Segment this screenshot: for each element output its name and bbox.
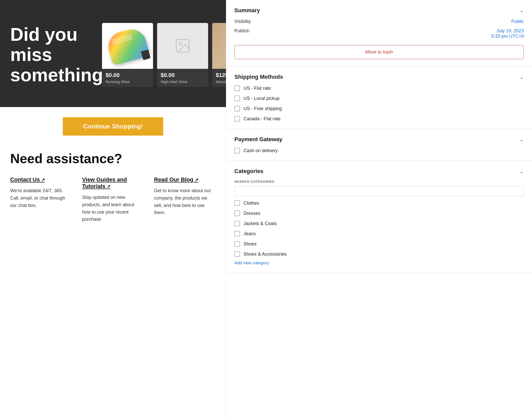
category-checkbox-3[interactable]	[234, 231, 240, 237]
blog-link[interactable]: Read Our Blog	[154, 176, 198, 183]
placeholder-icon	[175, 38, 190, 54]
hero-headline: Did you miss something?	[10, 24, 92, 85]
visibility-label: Visibility	[234, 19, 251, 24]
shipping-section: Shipping Methods ⌄ US - Flat rate US - L…	[226, 67, 532, 129]
product-card-menotti-dress[interactable]: $129.90 Menotti Dress	[212, 23, 226, 87]
continue-shopping-button[interactable]: Continue Shopping!	[63, 117, 163, 136]
categories-list: Clothes Dresses Jackets & Coats Jeans Sh…	[234, 200, 524, 257]
contact-us-desc: We're available 24/7, 365. Call, email, …	[10, 187, 72, 209]
visibility-row: Visibility Public	[234, 19, 524, 24]
product-card-running-shoe[interactable]: $0.00 Running Shoe	[102, 23, 153, 87]
payment-method-0: Cash on delivery	[234, 148, 524, 153]
shipping-checkbox-1[interactable]	[234, 96, 240, 101]
assistance-card-blog: Read Our Blog Get to know more about our…	[154, 176, 216, 223]
payment-label-0: Cash on delivery	[244, 148, 278, 153]
publish-date: July 19, 2023	[497, 28, 524, 33]
guides-link[interactable]: View Guides and Tutorials	[82, 176, 144, 190]
product-image-running-shoe	[102, 23, 153, 69]
visibility-value[interactable]: Public	[511, 19, 524, 24]
category-label-2: Jackets & Coats	[244, 221, 277, 226]
categories-collapse-icon[interactable]: ⌄	[520, 168, 524, 174]
product-cards: $0.00 Running Shoe $0.00	[102, 23, 226, 87]
assistance-title: Need assistance?	[10, 151, 216, 166]
summary-section: Summary ⌄ Visibility Public Publish July…	[226, 0, 532, 67]
category-item-2: Jackets & Coats	[234, 221, 524, 226]
product-name-2: Menotti Dress	[216, 80, 226, 84]
categories-search-input[interactable]	[234, 186, 524, 196]
publish-label: Publish	[234, 28, 249, 34]
category-item-3: Jeans	[234, 231, 524, 237]
summary-collapse-icon[interactable]: ⌄	[520, 7, 524, 14]
blog-desc: Get to know more about our company, the …	[154, 187, 216, 216]
product-name-0: Running Shoe	[106, 80, 149, 84]
category-checkbox-5[interactable]	[234, 251, 240, 257]
publish-row: Publish July 19, 2023 5:33 pm UTC+0	[234, 28, 524, 39]
summary-section-header: Summary ⌄	[234, 7, 524, 14]
shipping-section-header: Shipping Methods ⌄	[234, 74, 524, 80]
category-checkbox-2[interactable]	[234, 221, 240, 226]
shipping-checkbox-3[interactable]	[234, 116, 240, 122]
move-to-trash-button[interactable]: Move to trash	[234, 45, 524, 59]
assistance-card-guides: View Guides and Tutorials Stay updated o…	[82, 176, 144, 223]
product-price-1: $0.00	[161, 72, 205, 78]
category-label-0: Clothes	[244, 201, 259, 206]
category-checkbox-4[interactable]	[234, 241, 240, 247]
payment-checkbox-0[interactable]	[234, 148, 240, 153]
assistance-card-contact: Contact Us We're available 24/7, 365. Ca…	[10, 176, 72, 223]
shipping-method-3: Canada - Flat rate	[234, 116, 524, 122]
category-checkbox-0[interactable]	[234, 200, 240, 206]
left-panel: Did you miss something? $0.00 Running Sh…	[0, 0, 226, 419]
category-item-5: Shoes & Accessories	[234, 251, 524, 257]
shipping-title: Shipping Methods	[234, 74, 283, 80]
shipping-method-0: US - Flat rate	[234, 85, 524, 91]
search-categories-label: SEARCH CATEGORIES	[234, 180, 524, 184]
product-card-info: $0.00 Running Shoe	[102, 69, 153, 87]
shipping-checkbox-2[interactable]	[234, 106, 240, 111]
svg-point-1	[179, 42, 182, 45]
continue-shopping-section: Continue Shopping!	[0, 107, 226, 146]
shipping-method-2: US - Free shipping	[234, 106, 524, 111]
category-label-1: Dresses	[244, 211, 260, 216]
categories-section: Categories ⌄ SEARCH CATEGORIES Clothes D…	[226, 161, 532, 273]
category-item-0: Clothes	[234, 200, 524, 206]
category-label-5: Shoes & Accessories	[244, 252, 287, 257]
shipping-checkbox-0[interactable]	[234, 85, 240, 91]
dress-visual	[212, 23, 226, 69]
right-sidebar: Summary ⌄ Visibility Public Publish July…	[226, 0, 532, 419]
product-image-menotti-dress	[212, 23, 226, 69]
payment-collapse-icon[interactable]: ⌄	[520, 136, 524, 142]
product-card-info-3: $129.90 Menotti Dress	[212, 69, 226, 87]
assistance-cards: Contact Us We're available 24/7, 365. Ca…	[10, 176, 216, 223]
publish-time: 5:33 pm UTC+0	[491, 34, 524, 39]
categories-section-header: Categories ⌄	[234, 168, 524, 175]
product-price-0: $0.00	[106, 72, 149, 78]
product-image-high-heel	[157, 23, 208, 69]
payment-title: Payment Gateway	[234, 136, 282, 143]
shipping-label-1: US - Local pickup	[244, 96, 280, 101]
payment-section-header: Payment Gateway ⌄	[234, 136, 524, 143]
add-new-category-link[interactable]: Add new category	[234, 260, 269, 266]
assistance-section: Need assistance? Contact Us We're availa…	[0, 146, 226, 233]
product-card-info-2: $0.00 High Heel Shoe	[157, 69, 208, 87]
shipping-label-2: US - Free shipping	[244, 106, 282, 111]
category-label-3: Jeans	[244, 231, 256, 237]
category-item-1: Dresses	[234, 211, 524, 216]
product-price-2: $129.90	[216, 72, 226, 78]
category-label-4: Shoes	[244, 241, 257, 247]
category-checkbox-1[interactable]	[234, 211, 240, 216]
categories-title: Categories	[234, 168, 263, 175]
shipping-label-3: Canada - Flat rate	[244, 116, 281, 122]
contact-us-link[interactable]: Contact Us	[10, 176, 45, 183]
shipping-method-1: US - Local pickup	[234, 96, 524, 101]
shipping-collapse-icon[interactable]: ⌄	[520, 74, 524, 80]
summary-title: Summary	[234, 7, 260, 14]
product-name-1: High Heel Shoe	[161, 80, 205, 84]
product-card-high-heel[interactable]: $0.00 High Heel Shoe	[157, 23, 208, 87]
guides-desc: Stay updated on new products, and learn …	[82, 194, 144, 223]
hero-section: Did you miss something? $0.00 Running Sh…	[0, 0, 226, 107]
payment-section: Payment Gateway ⌄ Cash on delivery	[226, 129, 532, 161]
publish-value[interactable]: July 19, 2023 5:33 pm UTC+0	[491, 28, 524, 39]
shipping-label-0: US - Flat rate	[244, 86, 271, 91]
category-item-4: Shoes	[234, 241, 524, 247]
